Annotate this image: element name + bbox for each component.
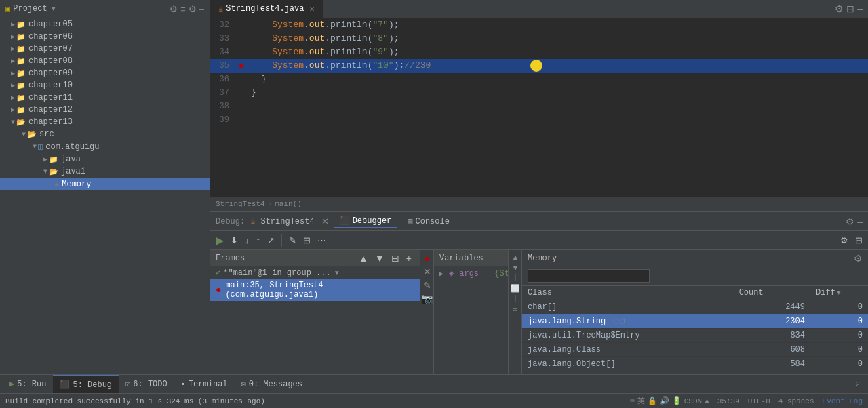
debug-bottom-tab[interactable]: ⬛ 5: Debug xyxy=(53,375,119,394)
sidebar-item-chapter10[interactable]: ▶ 📁 chapter10 xyxy=(0,79,210,91)
sidebar-item-label: chapter13 xyxy=(28,117,73,127)
sidebar-item-label: chapter05 xyxy=(28,20,73,29)
sidebar-item-java1[interactable]: ▼ 📂 java1 xyxy=(0,165,210,178)
memory-row[interactable]: char[] 2449 0 xyxy=(522,300,868,314)
debug-side-btn2[interactable]: ✕ xyxy=(423,266,431,277)
system-tray-icons: ⌨ 英 🔒 🔊 🔋 CSDN ▲ xyxy=(630,396,709,406)
debug-panel-layout-btn[interactable]: ⊟ xyxy=(852,234,865,247)
sidebar-item-chapter05[interactable]: ▶ 📁 chapter05 xyxy=(0,18,210,30)
debug-panel-settings-btn[interactable]: ⚙ xyxy=(837,234,851,247)
memory-row-selected[interactable]: java.lang.String ⬡⬡ 2304 0 xyxy=(522,314,868,329)
editor-settings-btn[interactable]: ⚙ xyxy=(835,3,844,14)
restore-layout-btn[interactable]: ⊞ xyxy=(300,234,313,247)
line-gutter-breakpoint: ● xyxy=(235,59,248,73)
todo-tab[interactable]: ☑ 6: TODO xyxy=(119,375,174,394)
var-copy-btn[interactable]: ⬜ xyxy=(511,284,520,293)
sidebar-item-chapter11[interactable]: ▶ 📁 chapter11 xyxy=(0,91,210,104)
todo-tab-label: 6: TODO xyxy=(133,380,167,389)
memory-count: 584 xyxy=(734,357,810,371)
terminal-tab[interactable]: ▪ Terminal xyxy=(174,375,235,394)
more-btn[interactable]: ⋯ xyxy=(315,234,329,247)
memory-settings-btn[interactable]: ⚙ xyxy=(854,253,863,264)
sidebar-item-chapter12[interactable]: ▶ 📁 chapter12 xyxy=(0,104,210,116)
tab-close-icon[interactable]: ✕ xyxy=(309,4,314,14)
project-minimize-btn[interactable]: – xyxy=(199,4,204,14)
memory-diff: 0 xyxy=(810,343,868,357)
debug-side-btn3[interactable]: ✎ xyxy=(423,280,431,291)
frame-stack-item[interactable]: ● main:35, StringTest4 (com.atguigu.java… xyxy=(210,279,420,301)
diff-sort-icon[interactable]: ▼ xyxy=(837,289,841,297)
frames-up-btn[interactable]: ▲ xyxy=(356,251,371,265)
code-line-33: 33 System.out.println("8"); xyxy=(210,32,868,45)
memory-row[interactable]: java.util.TreeMap$Entry 834 0 xyxy=(522,329,868,343)
breadcrumb-method[interactable]: main() xyxy=(275,200,302,208)
debug-tab-close-btn[interactable]: ✕ xyxy=(321,216,329,226)
sidebar-item-chapter07[interactable]: ▶ 📁 chapter07 xyxy=(0,43,210,55)
folder-icon: 📁 xyxy=(16,94,26,102)
var-side-btn1[interactable]: ▲ xyxy=(512,253,519,261)
editor-minimize-btn[interactable]: – xyxy=(857,3,863,14)
run-to-cursor-btn[interactable]: ↗ xyxy=(264,234,277,247)
sidebar-item-label: com.atguigu xyxy=(45,142,99,152)
expand-icon: ▶ xyxy=(11,45,15,53)
sidebar-item-java[interactable]: ▶ 📁 java xyxy=(0,153,210,165)
sidebar-item-label: java xyxy=(61,155,81,164)
var-expand-icon: ▶ xyxy=(439,270,443,278)
project-layout-btn[interactable]: ≡ xyxy=(180,4,186,14)
project-settings-btn[interactable]: ⚙ xyxy=(170,4,178,14)
evaluate-btn[interactable]: ✎ xyxy=(286,234,299,247)
memory-table: Class Count Diff ▼ xyxy=(522,286,868,374)
frame-thread-item[interactable]: ✔ *"main"@1 in group ... ▼ xyxy=(210,266,420,279)
frames-add-btn[interactable]: + xyxy=(403,251,414,265)
step-over-btn[interactable]: ⬇ xyxy=(228,234,241,247)
sidebar-item-label: chapter07 xyxy=(28,44,73,54)
debug-side-btn4[interactable]: 📷 xyxy=(421,293,433,304)
breadcrumb-file[interactable]: StringTest4 xyxy=(216,200,265,208)
console-tab[interactable]: ▤ Console xyxy=(402,215,455,228)
resume-btn[interactable]: ▶ xyxy=(213,232,226,248)
breakpoint-icon: ● xyxy=(239,59,244,73)
memory-diff: 0 xyxy=(810,300,868,314)
string-link-icon[interactable]: ⬡⬡ xyxy=(613,318,625,325)
sidebar-item-com-atguigu[interactable]: ▼ ◫ com.atguigu xyxy=(0,140,210,153)
sidebar-item-chapter06[interactable]: ▶ 📁 chapter06 xyxy=(0,30,210,43)
frame-dropdown-btn[interactable]: ▼ xyxy=(334,269,340,277)
code-line-34: 34 System.out.println("9"); xyxy=(210,45,868,59)
tab-stringtest4[interactable]: ☕ StringTest4.java ✕ xyxy=(210,0,323,18)
memory-row[interactable]: java.lang.Object[] 584 0 xyxy=(522,357,868,371)
memory-search-input[interactable] xyxy=(528,269,650,283)
folder-icon: 📁 xyxy=(16,33,26,41)
project-gear-btn[interactable]: ⚙ xyxy=(189,4,197,14)
sidebar-item-src[interactable]: ▼ 📂 src xyxy=(0,128,210,140)
var-side-btn2[interactable]: ▼ xyxy=(512,264,519,272)
sidebar-item-chapter09[interactable]: ▶ 📁 chapter09 xyxy=(0,67,210,79)
step-out-btn[interactable]: ↑ xyxy=(254,234,264,247)
memory-row[interactable]: java.lang.Class 608 0 xyxy=(522,343,868,357)
battery-icon: 🔋 xyxy=(672,396,682,405)
editor-split-btn[interactable]: ⊟ xyxy=(846,3,854,14)
debug-close-btn[interactable]: – xyxy=(857,216,863,227)
sidebar-item-label: chapter11 xyxy=(28,93,73,102)
sidebar-item-chapter13[interactable]: ▼ 📂 chapter13 xyxy=(0,116,210,128)
memory-class: java.lang.String ⬡⬡ xyxy=(522,314,734,329)
breadcrumb-separator: › xyxy=(268,200,273,208)
debug-settings-btn[interactable]: ⚙ xyxy=(846,216,854,227)
run-tab[interactable]: ▶ 5: Run xyxy=(3,375,53,394)
sidebar-item-memory[interactable]: ☕ Memory xyxy=(0,178,210,190)
terminal-tab-label: Terminal xyxy=(189,380,228,389)
debugger-tab[interactable]: ⬛ Debugger xyxy=(334,214,397,228)
messages-tab[interactable]: ✉ 0: Messages xyxy=(235,375,309,394)
frames-down-btn[interactable]: ▼ xyxy=(372,251,387,265)
sidebar-item-label: java1 xyxy=(61,167,85,176)
project-dropdown-icon[interactable]: ▼ xyxy=(52,5,56,13)
debug-header: Debug: ☕ StringTest4 ✕ ⬛ Debugger ▤ Cons… xyxy=(210,212,868,231)
event-log[interactable]: Event Log xyxy=(823,397,863,405)
debug-side-btn1[interactable]: ● xyxy=(424,253,429,264)
frames-filter-btn[interactable]: ⊟ xyxy=(389,251,402,265)
sidebar-item-chapter08[interactable]: ▶ 📁 chapter08 xyxy=(0,55,210,67)
sidebar-item-label: chapter12 xyxy=(28,105,73,115)
expand-icon: ▶ xyxy=(11,81,15,89)
var-name: args xyxy=(459,269,479,279)
var-infinity-btn[interactable]: ∞ xyxy=(513,305,518,313)
step-into-btn[interactable]: ↓ xyxy=(242,234,252,247)
